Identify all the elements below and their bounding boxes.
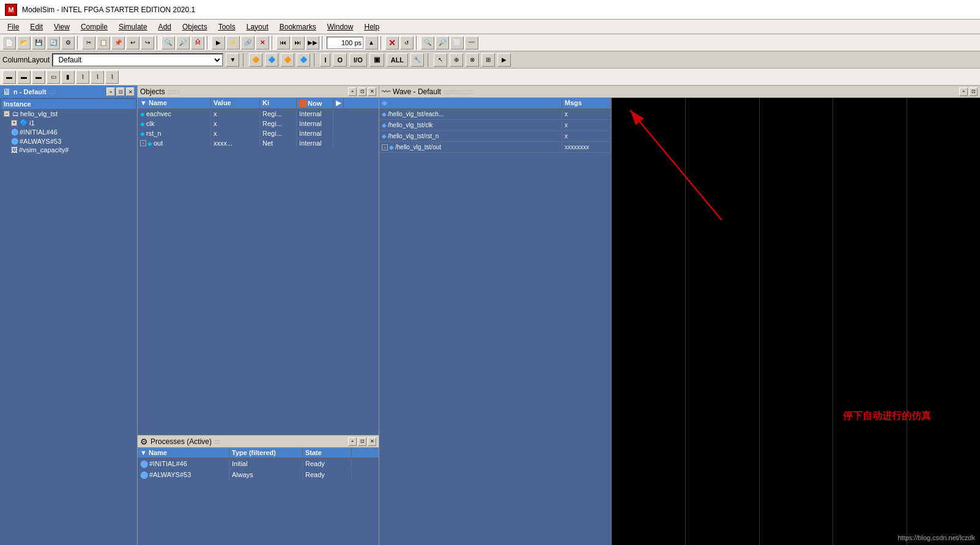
obj-row-out[interactable]: + ◆ out xxxx... Net Internal — [138, 138, 379, 148]
wave-btn-3[interactable]: ⊞ — [481, 53, 495, 67]
all-button[interactable]: ALL — [387, 53, 408, 67]
run-all-button[interactable]: ▶▶ — [306, 36, 319, 50]
wave-tool-4[interactable]: ▭ — [46, 70, 60, 84]
layout-btn-3[interactable]: 🔶 — [281, 53, 294, 67]
processes-add-btn[interactable]: + — [348, 437, 357, 446]
wave-add-btn[interactable]: + — [959, 87, 968, 96]
menu-objects[interactable]: Objects — [177, 21, 212, 32]
col-layout-dropdown[interactable]: ▼ — [226, 53, 239, 67]
cut-button[interactable]: ✂ — [82, 36, 95, 50]
time-input[interactable] — [327, 37, 363, 49]
wave-btn-4[interactable]: ▶ — [497, 53, 511, 67]
step-back-button[interactable]: ⏮ — [277, 36, 290, 50]
reg-button[interactable]: ▣ — [369, 53, 384, 67]
wave-tool-7[interactable]: ⌇ — [91, 70, 104, 84]
wave-tool-1[interactable]: ▬ — [2, 70, 16, 84]
tree-item-hello[interactable]: − 🗂 hello_vlg_tst — [1, 109, 136, 118]
paste-button[interactable]: 📌 — [111, 36, 125, 50]
instance-add-btn[interactable]: + — [106, 87, 115, 96]
proc-row-always[interactable]: ⬤ #ALWAYS#53 Always Ready — [138, 469, 379, 480]
menu-help[interactable]: Help — [359, 21, 384, 32]
menu-tools[interactable]: Tools — [213, 21, 240, 32]
wave-tool-6[interactable]: ⌇ — [76, 70, 89, 84]
wave-tool-8[interactable]: ⌇ — [105, 70, 119, 84]
cursor-button[interactable]: ↖ — [434, 53, 447, 67]
o-button[interactable]: O — [333, 53, 347, 67]
tb-btn-5[interactable]: ⚙ — [61, 36, 75, 50]
expand-hello[interactable]: − — [4, 111, 10, 117]
wave-tool-3[interactable]: ▬ — [32, 70, 45, 84]
wave-display[interactable]: 停下自动进行的仿真 — [612, 98, 980, 545]
menu-compile[interactable]: Compile — [76, 21, 113, 32]
wave-btn-1[interactable]: ⊕ — [450, 53, 463, 67]
new-button[interactable]: 📄 — [2, 36, 16, 50]
wave-signal-header: ◆ Msgs — [379, 98, 611, 109]
menu-view[interactable]: View — [49, 21, 75, 32]
step-button[interactable]: ⏭ — [291, 36, 305, 50]
restart-button[interactable]: ↺ — [400, 36, 414, 50]
instance-close-btn[interactable]: ✕ — [126, 87, 135, 96]
objects-close-btn[interactable]: ✕ — [368, 87, 376, 96]
expand-i1[interactable]: + — [11, 120, 17, 126]
wave-tool-5[interactable]: ▮ — [61, 70, 75, 84]
break-button[interactable]: ✕ — [256, 36, 269, 50]
obj-row-clk[interactable]: ◆ clk x Regi... Internal — [138, 119, 379, 128]
zoom-out-button[interactable]: 🔎 — [436, 36, 449, 50]
obj-row-eachvec[interactable]: ◆ eachvec x Regi... Internal — [138, 109, 379, 119]
tree-item-i1[interactable]: + 🔷 i1 — [9, 118, 136, 127]
col-layout-select[interactable]: Default — [52, 53, 223, 67]
objects-dock-btn[interactable]: ⊡ — [358, 87, 366, 96]
time-up-btn[interactable]: ▲ — [365, 36, 378, 50]
obj-row-rstn[interactable]: ◆ rst_n x Regi... Internal — [138, 128, 379, 138]
tb-btn-15[interactable]: ⚡ — [226, 36, 240, 50]
compile-button[interactable]: ▶ — [212, 36, 225, 50]
zoom-fit-button[interactable]: ⬜ — [450, 36, 464, 50]
wave-sig-row-3[interactable]: + ◆ /hello_vlg_tst/out xxxxxxxx — [379, 142, 611, 153]
tb-btn-12[interactable]: 🔎 — [176, 36, 190, 50]
zoom-in-button[interactable]: 🔍 — [421, 36, 434, 50]
wave-sig-row-2[interactable]: ◆ /hello_vlg_tst/rst_n x — [379, 131, 611, 142]
io-button[interactable]: I/O — [349, 53, 367, 67]
wave-btn-2[interactable]: ⊗ — [466, 53, 479, 67]
layout-btn-4[interactable]: 🔷 — [297, 53, 310, 67]
wave-tool-2[interactable]: ▬ — [17, 70, 31, 84]
menu-file[interactable]: File — [2, 21, 24, 32]
processes-dock-btn[interactable]: ⊡ — [358, 437, 366, 446]
obj-cell-rstn-kind: Regi... — [260, 129, 297, 138]
wave-zoom-button[interactable]: 〰 — [465, 36, 478, 50]
layout-btn-2[interactable]: 🔷 — [265, 53, 278, 67]
i-button[interactable]: I — [320, 53, 330, 67]
wave-dock-btn[interactable]: ⊡ — [969, 87, 978, 96]
expand-wave-sig-3[interactable]: + — [382, 144, 388, 150]
open-button[interactable]: 📂 — [17, 36, 31, 50]
layout-btn-1[interactable]: 🔶 — [249, 53, 262, 67]
objects-add-btn[interactable]: + — [348, 87, 357, 96]
tree-item-always53[interactable]: ⬤ #ALWAYS#53 — [9, 136, 136, 146]
refresh-button[interactable]: 🔄 — [46, 36, 60, 50]
tb-btn-9[interactable]: ↩ — [126, 36, 139, 50]
tree-item-initial46[interactable]: ⬤ #INITIAL#46 — [9, 127, 136, 136]
tree-label-hello: hello_vlg_tst — [20, 110, 58, 117]
tree-item-vsim[interactable]: 🖼 #vsim_capacity# — [9, 146, 136, 154]
wave-sig-row-0[interactable]: ◆ /hello_vlg_tst/each... x — [379, 109, 611, 120]
wave-sig-icon-3: ◆ — [389, 144, 394, 150]
save-button[interactable]: 💾 — [32, 36, 45, 50]
tb-btn-13[interactable]: M̄ — [191, 36, 204, 50]
search-button[interactable]: 🔍 — [161, 36, 175, 50]
expand-out[interactable]: + — [140, 140, 146, 146]
instance-dock-btn[interactable]: ⊡ — [116, 87, 125, 96]
menu-layout[interactable]: Layout — [242, 21, 273, 32]
tb-btn-16[interactable]: 🔗 — [241, 36, 254, 50]
menu-bookmarks[interactable]: Bookmarks — [275, 21, 321, 32]
menu-edit[interactable]: Edit — [25, 21, 48, 32]
menu-add[interactable]: Add — [154, 21, 176, 32]
tb-btn-10[interactable]: ↪ — [141, 36, 154, 50]
wave-sig-row-1[interactable]: ◆ /hello_vlg_tst/clk x — [379, 120, 611, 131]
tb-btn-20[interactable]: ✕ — [385, 36, 399, 50]
filter-button[interactable]: 🔧 — [410, 53, 424, 67]
processes-close-btn[interactable]: ✕ — [368, 437, 376, 446]
proc-row-initial[interactable]: ⬤ #INITIAL#46 Initial Ready — [138, 458, 379, 469]
menu-window[interactable]: Window — [322, 21, 358, 32]
copy-button[interactable]: 📋 — [97, 36, 110, 50]
menu-simulate[interactable]: Simulate — [114, 21, 152, 32]
